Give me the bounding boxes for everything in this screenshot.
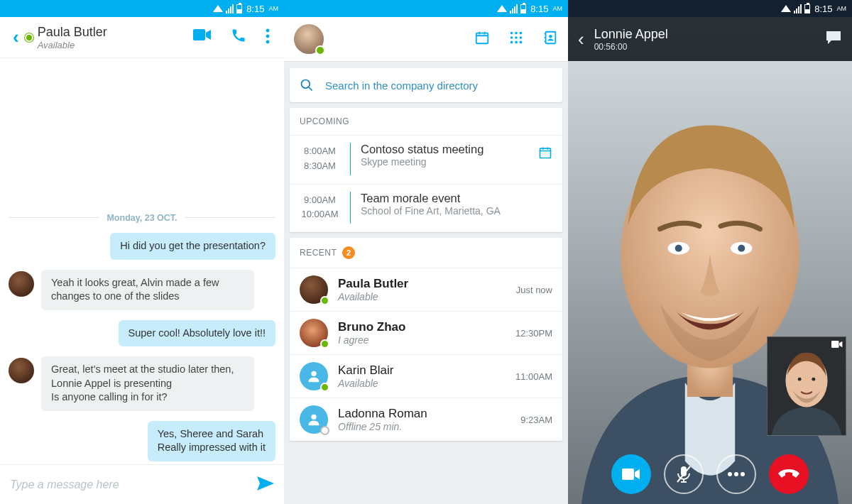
svg-point-30 xyxy=(812,378,815,381)
avatar xyxy=(9,358,34,383)
avatar xyxy=(300,362,328,390)
remote-video xyxy=(568,61,852,504)
event-subtitle: Skype meeting xyxy=(361,156,538,168)
presence-icon xyxy=(320,383,329,392)
svg-point-13 xyxy=(520,41,523,44)
presence-icon xyxy=(315,45,325,55)
contact-status: Available xyxy=(38,40,193,50)
signal-icon xyxy=(226,4,234,13)
presence-icon xyxy=(320,426,329,435)
svg-point-12 xyxy=(515,41,518,44)
svg-point-24 xyxy=(675,245,682,252)
status-bar: 8:15 AM xyxy=(568,0,852,17)
message-input[interactable] xyxy=(10,478,257,491)
message-bubble[interactable]: Yeah it looks great, Alvin made a few ch… xyxy=(41,270,254,310)
back-button[interactable]: ‹ xyxy=(7,26,25,48)
send-icon[interactable] xyxy=(257,476,274,493)
status-time: 8:15 xyxy=(530,4,548,14)
call-duration: 00:56:00 xyxy=(594,42,668,52)
svg-rect-4 xyxy=(476,33,488,44)
svg-point-36 xyxy=(734,472,738,476)
video-call-icon[interactable] xyxy=(193,28,212,47)
message-bubble[interactable]: Hi did you get the presentation? xyxy=(110,233,275,260)
event-item[interactable]: 8:00AM8:30AM Contoso status meeting Skyp… xyxy=(290,135,562,184)
svg-point-11 xyxy=(510,41,513,44)
battery-icon xyxy=(236,4,242,13)
search-bar[interactable] xyxy=(290,68,562,102)
message-bubble[interactable]: Great, let's meet at the studio later th… xyxy=(41,356,254,411)
svg-point-10 xyxy=(520,36,523,39)
status-ampm: AM xyxy=(837,5,847,12)
avatar xyxy=(300,405,328,434)
signal-icon xyxy=(510,4,518,13)
contact-status: Offline 25 min. xyxy=(338,421,510,432)
svg-point-1 xyxy=(266,28,270,32)
avatar xyxy=(300,319,328,347)
svg-point-37 xyxy=(741,472,745,476)
section-title: UPCOMING xyxy=(290,108,562,135)
dialpad-icon[interactable] xyxy=(508,30,524,48)
contact-name: Bruno Zhao xyxy=(338,320,506,334)
presence-icon xyxy=(25,33,33,42)
my-avatar[interactable] xyxy=(294,24,324,54)
status-time: 8:15 xyxy=(246,4,264,14)
message-bubble[interactable]: Super cool! Absolutely love it!! xyxy=(119,320,275,347)
svg-point-26 xyxy=(738,245,745,252)
composer xyxy=(0,464,284,504)
calendar-icon[interactable] xyxy=(474,30,490,48)
date-label: Monday, 23 OCT. xyxy=(106,213,177,223)
presence-icon xyxy=(320,339,329,349)
search-input[interactable] xyxy=(325,80,552,92)
svg-point-29 xyxy=(798,378,802,381)
contact-item[interactable]: Ladonna RomanOffline 25 min. 9:23AM xyxy=(290,398,562,441)
video-toggle-button[interactable] xyxy=(611,454,651,494)
svg-point-2 xyxy=(266,34,270,38)
contact-item[interactable]: Paula ButlerAvailable Just now xyxy=(290,268,562,311)
contact-item[interactable]: Karin BlairAvailable 11:00AM xyxy=(290,354,562,398)
more-icon[interactable] xyxy=(266,28,270,47)
upcoming-section: UPCOMING 8:00AM8:30AM Contoso status mee… xyxy=(290,108,562,232)
chat-screen: 8:15 AM ‹ Paula Butler Available Monday,… xyxy=(0,0,284,504)
message-row: Yeah it looks great, Alvin made a few ch… xyxy=(9,270,275,310)
avatar xyxy=(9,271,34,297)
status-time: 8:15 xyxy=(814,4,832,14)
wifi-icon xyxy=(497,5,507,12)
contact-time: 11:00AM xyxy=(515,371,552,382)
contact-time: Just now xyxy=(516,285,552,295)
chat-icon[interactable] xyxy=(825,30,842,48)
event-times: 9:00AM10:00AM xyxy=(290,192,351,224)
mute-button[interactable] xyxy=(664,454,704,494)
video-area xyxy=(568,61,852,504)
contact-item[interactable]: Bruno ZhaoI agree 12:30PM xyxy=(290,311,562,354)
status-ampm: AM xyxy=(553,5,563,12)
self-view[interactable] xyxy=(767,336,846,436)
svg-point-35 xyxy=(728,472,732,476)
end-call-button[interactable] xyxy=(769,454,809,494)
contact-name: Karin Blair xyxy=(338,363,506,378)
event-title: Contoso status meeting xyxy=(361,143,538,156)
date-divider: Monday, 23 OCT. xyxy=(9,213,275,223)
svg-point-3 xyxy=(266,40,270,43)
svg-point-15 xyxy=(549,35,552,38)
wifi-icon xyxy=(781,5,791,12)
home-screen: 8:15 AM UPCOMING xyxy=(284,0,568,504)
home-header xyxy=(284,17,568,61)
message-row: Great, let's meet at the studio later th… xyxy=(9,356,275,411)
event-title: Team morale event xyxy=(361,192,552,205)
event-subtitle: School of Fine Art, Marietta, GA xyxy=(361,205,552,217)
presence-icon xyxy=(320,296,329,305)
event-item[interactable]: 9:00AM10:00AM Team morale event School o… xyxy=(290,184,562,233)
svg-rect-32 xyxy=(622,469,634,480)
contact-time: 12:30PM xyxy=(515,328,552,339)
contacts-icon[interactable] xyxy=(542,30,558,48)
battery-icon xyxy=(804,4,810,13)
message-bubble[interactable]: Yes, Sheree and Sarah Really impressed w… xyxy=(148,421,275,461)
meeting-icon xyxy=(538,143,552,175)
more-options-button[interactable] xyxy=(716,454,756,494)
audio-call-icon[interactable] xyxy=(231,28,246,47)
contact-name: Paula Butler xyxy=(338,277,506,291)
call-contact-name: Lonnie Appel xyxy=(594,27,668,42)
contact-status: I agree xyxy=(338,334,506,346)
back-button[interactable]: ‹ xyxy=(578,28,584,50)
signal-icon xyxy=(794,4,802,13)
